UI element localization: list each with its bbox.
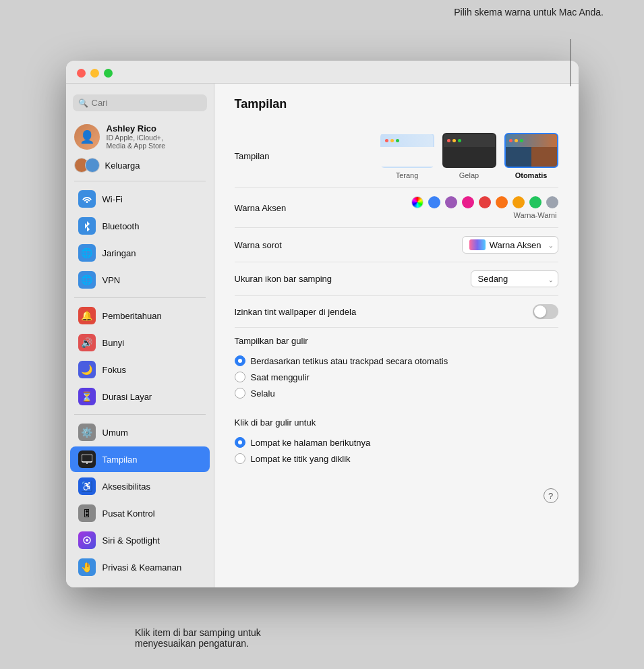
close-button[interactable] — [77, 69, 86, 78]
sidebar-item-durasi[interactable]: ⏳ Durasi Layar — [70, 384, 210, 409]
appearance-label: Tampilan — [235, 151, 270, 161]
dot-red-dark — [447, 139, 450, 142]
appearance-otomatis[interactable]: Otomatis — [504, 133, 558, 179]
wallpaper-tint-toggle[interactable] — [533, 304, 558, 319]
scroll-always-radio[interactable] — [235, 388, 245, 399]
color-purple[interactable] — [445, 196, 457, 208]
search-input[interactable] — [92, 98, 202, 108]
avatar: 👤 — [74, 124, 100, 150]
click-next-option[interactable]: Lompat ke halaman berikutnya — [235, 434, 558, 450]
dot-yellow-dark — [452, 139, 456, 142]
appearance-gelap[interactable]: Gelap — [442, 133, 496, 179]
wifi-icon — [78, 190, 96, 208]
privasi-icon: 🤚 — [78, 558, 96, 576]
svg-point-1 — [86, 463, 88, 464]
umum-label: Umum — [103, 428, 128, 438]
jaringan-label: Jaringan — [103, 248, 136, 258]
color-blue[interactable] — [428, 196, 440, 208]
scroll-scrolling-label: Saat menggulir — [251, 372, 310, 382]
scroll-auto-option[interactable]: Berdasarkan tetikus atau trackpad secara… — [235, 353, 558, 369]
color-pink[interactable] — [462, 196, 474, 208]
user-sub: ID Apple, iCloud+,Media & App Store — [107, 134, 166, 150]
title-bar — [66, 61, 579, 84]
appearance-options: Terang Gelap — [380, 133, 558, 179]
scroll-auto-label: Berdasarkan tetikus atau trackpad secara… — [251, 356, 448, 366]
click-spot-option[interactable]: Lompat ke titik yang diklik — [235, 450, 558, 467]
callout-line — [570, 39, 571, 86]
highlight-color-row: Warna sorot Warna Aksen — [235, 228, 558, 262]
vpn-icon: 🌐 — [78, 271, 96, 289]
sidebar-icon-size-dropdown[interactable]: Sedang — [471, 270, 558, 287]
otomatis-thumb — [504, 133, 558, 168]
sidebar-item-pusatkontrol[interactable]: 🎛 Pusat Kontrol — [70, 500, 210, 526]
umum-icon: ⚙️ — [78, 424, 96, 441]
scroll-always-option[interactable]: Selalu — [235, 385, 558, 401]
sidebar-item-umum[interactable]: ⚙️ Umum — [70, 419, 210, 445]
scroll-scrolling-option[interactable]: Saat menggulir — [235, 369, 558, 385]
user-info: Ashley Rico ID Apple, iCloud+,Media & Ap… — [107, 123, 166, 150]
help-button[interactable]: ? — [544, 488, 558, 503]
traffic-lights — [77, 69, 113, 78]
family-section[interactable]: Keluarga — [66, 154, 214, 177]
sidebar-item-pemberitahuan[interactable]: 🔔 Pemberitahuan — [70, 303, 210, 328]
durasi-icon: ⏳ — [78, 388, 96, 405]
color-graphite[interactable] — [546, 196, 558, 208]
sidebar-item-bluetooth[interactable]: Bluetooth — [70, 213, 210, 239]
sidebar-item-siri[interactable]: Siri & Spotlight — [70, 527, 210, 553]
accent-sub-label: Warna-Warni — [514, 211, 557, 219]
dot-yellow-auto — [515, 139, 518, 142]
scroll-always-label: Selalu — [251, 388, 275, 399]
scroll-auto-radio[interactable] — [235, 355, 245, 366]
accent-color-label: Warna Aksen — [235, 203, 287, 213]
toggle-knob — [534, 306, 546, 318]
color-green[interactable] — [529, 196, 541, 208]
sidebar-item-privasi[interactable]: 🤚 Privasi & Keamanan — [70, 554, 210, 580]
color-red[interactable] — [479, 196, 491, 208]
sidebar-item-fokus[interactable]: 🌙 Fokus — [70, 357, 210, 382]
fokus-icon: 🌙 — [78, 361, 96, 378]
scroll-click-label: Klik di bar gulir untuk — [235, 417, 558, 428]
sidebar-item-vpn[interactable]: 🌐 VPN — [70, 267, 210, 293]
dot-green — [396, 139, 399, 142]
sidebar: 🔍 👤 Ashley Rico ID Apple, iCloud+,Media … — [66, 84, 214, 587]
user-section[interactable]: 👤 Ashley Rico ID Apple, iCloud+,Media & … — [66, 119, 214, 154]
highlight-color-dropdown[interactable]: Warna Aksen — [462, 236, 558, 254]
click-spot-label: Lompat ke titik yang diklik — [251, 454, 351, 464]
sidebar-divider-1 — [74, 181, 206, 181]
pusatkontrol-label: Pusat Kontrol — [103, 508, 155, 519]
click-next-label: Lompat ke halaman berikutnya — [251, 438, 371, 448]
wallpaper-tint-row: Izinkan tint wallpaper di jendela — [235, 296, 558, 328]
pemberitahuan-label: Pemberitahuan — [103, 311, 162, 321]
click-spot-radio[interactable] — [235, 453, 245, 464]
minimize-button[interactable] — [90, 69, 99, 78]
sidebar-item-jaringan[interactable]: 🌐 Jaringan — [70, 240, 210, 266]
page-title: Tampilan — [235, 97, 558, 111]
tampilan-label: Tampilan — [103, 455, 138, 465]
terang-thumb — [380, 133, 434, 168]
dot-yellow — [390, 139, 394, 142]
scroll-click-section: Klik di bar gulir untuk Lompat ke halama… — [235, 409, 558, 475]
scroll-bar-section: Tampilkan bar gulir Berdasarkan tetikus … — [235, 328, 558, 409]
window-body: 🔍 👤 Ashley Rico ID Apple, iCloud+,Media … — [66, 84, 579, 587]
appearance-terang[interactable]: Terang — [380, 133, 434, 179]
annotation-top: Pilih skema warna untuk Mac Anda. — [454, 7, 604, 18]
sidebar-item-aksesibilitas[interactable]: ♿ Aksesibilitas — [70, 473, 210, 499]
search-bar[interactable]: 🔍 — [73, 94, 207, 111]
sidebar-item-wifi[interactable]: Wi-Fi — [70, 186, 210, 212]
sidebar-item-bunyi[interactable]: 🔊 Bunyi — [70, 330, 210, 355]
main-content: Tampilan Tampilan Terang — [214, 84, 579, 587]
click-next-radio[interactable] — [235, 437, 245, 448]
siri-icon — [78, 531, 96, 549]
bunyi-icon: 🔊 — [78, 334, 96, 351]
dot-red-auto — [509, 139, 513, 142]
aksesibilitas-icon: ♿ — [78, 477, 96, 495]
siri-label: Siri & Spotlight — [103, 535, 160, 546]
maximize-button[interactable] — [104, 69, 113, 78]
scroll-scrolling-radio[interactable] — [235, 372, 245, 382]
color-yellow[interactable] — [513, 196, 525, 208]
color-orange[interactable] — [496, 196, 508, 208]
appearance-row: Tampilan Terang — [235, 125, 558, 188]
sidebar-item-tampilan[interactable]: Tampilan — [70, 446, 210, 472]
color-multicolor[interactable] — [411, 196, 423, 208]
tampilan-icon — [78, 450, 96, 468]
